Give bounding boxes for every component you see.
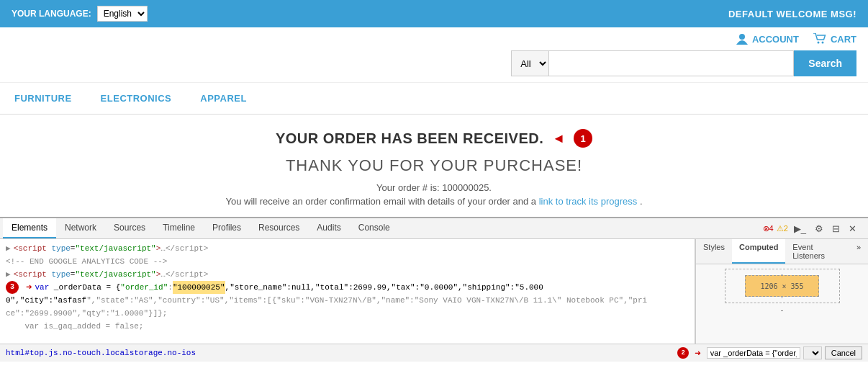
devtools-close-btn[interactable]: ✕ [846,222,859,236]
devtools-tab-network[interactable]: Network [56,218,105,238]
account-link[interactable]: ACCOUNT [736,33,799,45]
language-selector: YOUR LANGUAGE: English [12,6,148,22]
devtools-tab-sources[interactable]: Sources [105,218,154,238]
box-outer: - 1206 × 355 - [725,269,840,303]
warn-badge: ⚠2 [777,224,788,233]
order-received-row: YOUR ORDER HAS BEEN RECEIVED. ◄ 1 [12,129,856,148]
badge-3: 3 [6,281,19,294]
sidebar-tab-styles[interactable]: Styles [696,239,732,264]
devtools-line-7: var is_gaq_added = false; [6,320,689,333]
bottom-path: html#top.js.no-touch.localstorage.no-ios [6,349,672,357]
sidebar-tab-event-listeners[interactable]: Event Listeners [785,239,849,264]
devtools-tab-resources[interactable]: Resources [250,218,308,238]
devtools-tab-profiles[interactable]: Profiles [204,218,250,238]
nav-bar: FURNITURE ELECTRONICS APPAREL [0,83,868,115]
badge-2: 2 [677,347,689,359]
devtools-bottom-bar: html#top.js.no-touch.localstorage.no-ios… [0,344,868,362]
nav-item-apparel[interactable]: APPAREL [197,83,250,114]
header-actions: ACCOUNT CART [736,33,856,45]
language-select[interactable]: English [97,6,148,22]
svg-point-1 [817,42,819,44]
devtools-line-1: ▶ <script type="text/javascript" >…</scr… [6,242,689,255]
error-badge: ⊗4 [763,224,774,233]
top-bar: YOUR LANGUAGE: English DEFAULT WELCOME M… [0,0,868,27]
arrow-left-icon: ◄ [552,131,565,146]
devtools-terminal-btn[interactable]: ▶_ [791,222,809,236]
devtools-settings-btn[interactable]: ⚙ [812,222,826,236]
devtools-body: ▶ <script type="text/javascript" >…</scr… [0,239,868,344]
main-content: YOUR ORDER HAS BEEN RECEIVED. ◄ 1 THANK … [0,115,868,217]
badge-1: 1 [574,129,592,148]
search-input[interactable] [549,50,794,76]
cart-link[interactable]: CART [813,33,856,45]
dim-top: - [781,271,783,278]
devtools-elements-panel: ▶ <script type="text/javascript" >…</scr… [0,239,695,344]
devtools-line-2: <!-- END GOOGLE ANALYTICS CODE --> [6,255,689,268]
arrow-2: ➜ [695,347,700,359]
devtools-tab-timeline[interactable]: Timeline [154,218,204,238]
devtools-sidebar: Styles Computed Event Listeners » - 1206… [695,239,868,344]
devtools-tab-console[interactable]: Console [350,218,399,238]
search-bar: All Search [511,50,856,76]
nav-item-furniture[interactable]: FURNITURE [12,83,75,114]
filter-select[interactable] [803,346,822,359]
devtools-panel: Elements Network Sources Timeline Profil… [0,217,868,362]
bottom-filter: 2 ➜ Cancel [677,346,862,359]
welcome-message: DEFAULT WELCOME MSG! [728,9,856,19]
devtools-tab-audits[interactable]: Audits [308,218,349,238]
track-progress-link[interactable]: link to track its progress [539,196,638,207]
account-icon [736,33,748,45]
sidebar-tab-more[interactable]: » [849,239,868,264]
sidebar-tabs: Styles Computed Event Listeners » [696,239,868,264]
devtools-tab-elements[interactable]: Elements [3,218,56,238]
svg-point-0 [739,34,745,40]
order-received-title: YOUR ORDER HAS BEEN RECEIVED. [276,130,543,147]
dimension-label: 1206 × 355 [760,282,803,290]
thank-you-message: THANK YOU FOR YOUR PURCHASE! [12,156,856,175]
svg-point-2 [821,42,823,44]
devtools-dock-btn[interactable]: ⊟ [829,222,843,236]
sidebar-tab-computed[interactable]: Computed [732,239,785,264]
search-category-select[interactable]: All [511,50,549,76]
devtools-icons: ⊗4 ⚠2 ▶_ ⚙ ⊟ ✕ [763,222,865,236]
arrow-3: ➜ [26,281,32,294]
devtools-tabs: Elements Network Sources Timeline Profil… [0,218,868,239]
search-button[interactable]: Search [794,50,856,76]
dimension-box: - 1206 × 355 - - [700,269,864,314]
filter-input[interactable] [707,347,800,359]
devtools-line-3: ▶ <script type="text/javascript" >…</scr… [6,268,689,281]
dim-bottom: - [781,294,783,301]
order-confirmation-info: You will receive an order confirmation e… [12,196,856,207]
dim-center: - [779,306,784,314]
devtools-line-5: 0","city":"asfasf ","state":"AS","countr… [6,294,689,307]
devtools-line-6: ce":"2699.9900","qty":"1.0000"}]}; [6,307,689,320]
devtools-line-4: 3 ➜ var _orderData = {"order_id":"100000… [6,281,689,294]
sidebar-content: - 1206 × 355 - - [696,264,868,344]
nav-item-electronics[interactable]: ELECTRONICS [98,83,175,114]
order-number-info: Your order # is: 100000025. [12,182,856,193]
language-label: YOUR LANGUAGE: [12,9,91,19]
header: ACCOUNT CART All Search [0,27,868,83]
cancel-button[interactable]: Cancel [825,346,862,359]
cart-icon [813,33,826,45]
